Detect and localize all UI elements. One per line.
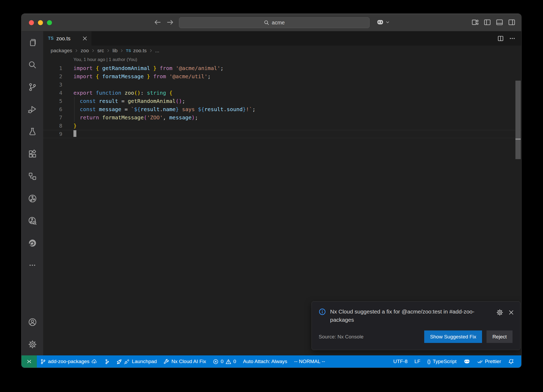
chevron-right-icon — [91, 49, 95, 53]
toggle-secondary-sidebar-icon[interactable] — [508, 19, 515, 26]
code-text: export function zoo(): string { — [73, 89, 172, 97]
code-line-6[interactable]: 6 const message = `${result.name} says $… — [43, 105, 521, 114]
vscode-window: acme — [21, 14, 521, 368]
notification-settings-icon[interactable] — [496, 309, 503, 316]
window-controls — [29, 20, 52, 25]
vim-mode-status[interactable]: -- NORMAL -- — [291, 355, 328, 368]
close-window-button[interactable] — [29, 20, 34, 25]
code-line-7[interactable]: 7 return formatMessage('ZOO', message); — [43, 114, 521, 122]
reject-button[interactable]: Reject — [487, 330, 513, 343]
code-line-2[interactable]: 2import { formatMessage } from '@acme/ut… — [43, 72, 521, 81]
command-center-search[interactable]: acme — [179, 17, 370, 28]
eol-status[interactable]: LF — [411, 355, 424, 368]
formatter-status[interactable]: Prettier — [474, 355, 505, 368]
vim-block-cursor — [73, 130, 76, 137]
extensions-icon — [28, 150, 37, 158]
line-number[interactable]: 5 — [43, 97, 62, 105]
remote-indicator[interactable] — [21, 355, 37, 368]
code-line-8[interactable]: 8} — [43, 122, 521, 130]
warning-count: 0 — [233, 359, 236, 364]
notification-close-icon[interactable] — [508, 309, 514, 316]
close-tab-icon[interactable] — [82, 36, 88, 41]
activity-source-control[interactable] — [21, 76, 43, 98]
customize-layout-icon[interactable] — [471, 19, 479, 26]
language-status[interactable]: {} TypeScript — [424, 355, 460, 368]
source-control-graph-status[interactable] — [100, 355, 113, 368]
activity-gitlens-inspect[interactable] — [21, 210, 43, 232]
nx-cloud-ai-fix-status[interactable]: Nx Cloud AI Fix — [160, 355, 209, 368]
editor-more-actions-icon[interactable] — [509, 35, 515, 42]
code-text: import { getRandomAnimal } from '@acme/a… — [73, 64, 224, 72]
code-line-3[interactable]: 3 — [43, 81, 521, 89]
line-number[interactable]: 6 — [43, 105, 62, 114]
notification-source: Source: Nx Console — [319, 334, 364, 340]
account-icon — [28, 318, 37, 326]
problems-status[interactable]: 0 0 — [209, 355, 239, 368]
vertical-scrollbar[interactable] — [515, 81, 521, 159]
copilot-icon — [463, 358, 470, 365]
breadcrumb-item-zoo[interactable]: zoo — [81, 48, 89, 54]
notification-toast: Nx Cloud suggested a fix for @acme/zoo:t… — [312, 301, 520, 350]
code-text: const message = `${result.name} says ${r… — [73, 105, 255, 114]
back-icon[interactable] — [154, 18, 161, 26]
activity-search[interactable] — [21, 54, 43, 76]
code-line-4[interactable]: 4export function zoo(): string { — [43, 89, 521, 97]
copilot-status[interactable] — [460, 355, 474, 368]
forward-icon[interactable] — [166, 18, 174, 26]
activity-testing[interactable] — [21, 120, 43, 143]
line-number[interactable]: 1 — [43, 64, 62, 72]
beaker-icon — [28, 127, 37, 136]
split-editor-icon[interactable] — [497, 35, 504, 42]
minimize-window-button[interactable] — [38, 20, 43, 25]
auto-attach-status[interactable]: Auto Attach: Always — [239, 355, 291, 368]
line-number[interactable]: 8 — [43, 122, 62, 130]
code-line-1[interactable]: 1import { getRandomAnimal } from '@acme/… — [43, 64, 521, 72]
code-text: return formatMessage('ZOO', message); — [73, 114, 198, 122]
activity-more[interactable] — [21, 254, 43, 276]
activity-settings[interactable] — [21, 333, 43, 355]
git-blame-codelens[interactable]: You, 1 hour ago | 1 author (You) — [43, 56, 521, 64]
breadcrumb-item-src[interactable]: src — [97, 48, 104, 54]
rocket-icon — [116, 359, 122, 364]
show-suggested-fix-button[interactable]: Show Suggested Fix — [424, 330, 482, 343]
breadcrumb-item-symbol[interactable]: ... — [155, 48, 159, 54]
code-text: } — [73, 122, 77, 130]
copilot-menu-button[interactable] — [376, 18, 390, 26]
breadcrumb-item-lib[interactable]: lib — [112, 48, 117, 54]
line-number[interactable]: 2 — [43, 72, 62, 81]
activity-account[interactable] — [21, 311, 43, 333]
line-number[interactable]: 3 — [43, 81, 62, 89]
code-line-9[interactable]: 9 — [43, 130, 521, 138]
git-branch-icon — [40, 359, 46, 364]
toggle-sidebar-icon[interactable] — [484, 19, 491, 26]
tab-bar: TS zoo.ts — [43, 31, 521, 46]
activity-edge-tools[interactable] — [21, 232, 43, 254]
tab-zoo-ts[interactable]: TS zoo.ts — [43, 31, 91, 46]
braces-icon: {} — [427, 359, 431, 364]
chevron-right-icon — [120, 49, 124, 53]
activity-extensions[interactable] — [21, 143, 43, 165]
chevron-right-icon — [74, 49, 78, 53]
activity-run-debug[interactable] — [21, 98, 43, 120]
zoom-window-button[interactable] — [47, 20, 52, 25]
encoding-status[interactable]: UTF-8 — [390, 355, 411, 368]
line-number[interactable]: 4 — [43, 89, 62, 97]
toggle-panel-icon[interactable] — [496, 19, 503, 26]
overview-ruler-marker — [515, 138, 521, 140]
code-line-5[interactable]: 5 const result = getRandomAnimal(); — [43, 97, 521, 105]
error-count: 0 — [221, 359, 224, 364]
chevron-down-icon — [385, 20, 390, 25]
activity-hierarchy[interactable] — [21, 165, 43, 187]
breadcrumb-item-packages[interactable]: packages — [51, 48, 72, 54]
breadcrumb-item-file[interactable]: zoo.ts — [133, 48, 147, 54]
activity-explorer[interactable] — [21, 31, 43, 54]
gitlens-icon — [28, 194, 37, 203]
activity-gitlens[interactable] — [21, 187, 43, 210]
line-number[interactable]: 7 — [43, 114, 62, 122]
line-number[interactable]: 9 — [43, 130, 62, 138]
git-branch-status[interactable]: add-zoo-packages — [37, 355, 100, 368]
notifications-status[interactable] — [505, 355, 518, 368]
launchpad-status[interactable]: Launchpad — [113, 355, 160, 368]
breadcrumb: packages zoo src lib TS zoo.ts ... — [43, 46, 521, 56]
warning-icon — [226, 359, 231, 364]
